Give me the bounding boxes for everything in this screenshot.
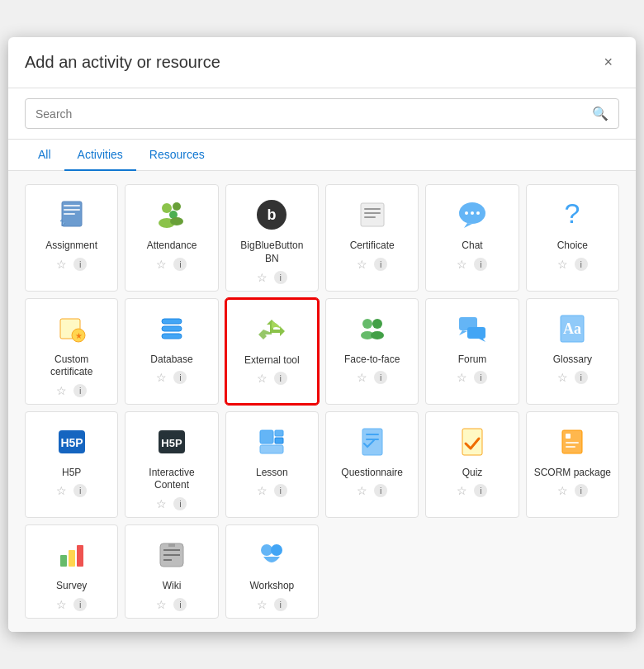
star-button-chat[interactable]: ☆ bbox=[457, 258, 467, 271]
chat-icon bbox=[452, 195, 492, 235]
star-button-questionnaire[interactable]: ☆ bbox=[357, 484, 367, 497]
star-button-assignment[interactable]: ☆ bbox=[56, 258, 67, 271]
item-label-choice: Choice bbox=[557, 240, 588, 253]
svg-point-59 bbox=[271, 544, 282, 556]
info-button-chat[interactable]: i bbox=[474, 258, 487, 271]
tab-all[interactable]: All bbox=[25, 140, 64, 171]
item-card-survey[interactable]: Survey☆i bbox=[25, 524, 118, 619]
item-card-choice[interactable]: ? Choice☆i bbox=[526, 184, 619, 291]
glossary-icon: Aa bbox=[552, 309, 592, 349]
svg-rect-14 bbox=[364, 216, 376, 218]
item-card-facetoface[interactable]: Face-to-face☆i bbox=[325, 298, 419, 405]
info-button-glossary[interactable]: i bbox=[575, 371, 588, 384]
item-card-assignment[interactable]: Assignment☆i bbox=[25, 184, 118, 291]
item-actions-facetoface: ☆i bbox=[357, 371, 387, 384]
star-button-database[interactable]: ☆ bbox=[156, 371, 167, 384]
info-button-survey[interactable]: i bbox=[73, 598, 87, 611]
assignment-icon bbox=[52, 195, 92, 235]
item-card-lesson[interactable]: Lesson☆i bbox=[225, 411, 319, 518]
svg-point-8 bbox=[170, 217, 183, 225]
star-button-wiki[interactable]: ☆ bbox=[156, 598, 167, 611]
info-button-choice[interactable]: i bbox=[575, 258, 588, 271]
scorm-icon bbox=[552, 422, 592, 462]
info-button-scorm[interactable]: i bbox=[575, 484, 588, 497]
item-actions-survey: ☆i bbox=[56, 598, 87, 611]
star-button-scorm[interactable]: ☆ bbox=[557, 484, 568, 497]
item-card-attendance[interactable]: Attendance☆i bbox=[125, 184, 218, 291]
info-button-h5p[interactable]: i bbox=[73, 484, 87, 497]
star-button-lesson[interactable]: ☆ bbox=[257, 484, 268, 497]
item-card-questionnaire[interactable]: Questionnaire☆i bbox=[325, 411, 419, 518]
star-button-quiz[interactable]: ☆ bbox=[457, 484, 467, 497]
star-button-facetoface[interactable]: ☆ bbox=[357, 371, 367, 384]
item-actions-assignment: ☆i bbox=[56, 258, 87, 271]
item-label-questionnaire: Questionnaire bbox=[341, 467, 403, 480]
item-card-forum[interactable]: Forum☆i bbox=[425, 298, 519, 405]
info-button-wiki[interactable]: i bbox=[173, 598, 187, 611]
item-card-glossary[interactable]: Aa Glossary☆i bbox=[526, 298, 619, 405]
search-input[interactable] bbox=[36, 107, 592, 121]
tab-resources[interactable]: Resources bbox=[136, 140, 218, 171]
facetoface-icon bbox=[353, 309, 392, 349]
star-button-bigbluebutton[interactable]: ☆ bbox=[257, 271, 268, 284]
svg-text:Aa: Aa bbox=[563, 320, 581, 337]
item-card-customcertificate[interactable]: ★ Custom certificate☆i bbox=[25, 298, 118, 405]
info-button-questionnaire[interactable]: i bbox=[374, 484, 387, 497]
database-icon bbox=[152, 309, 192, 349]
svg-rect-45 bbox=[366, 439, 379, 440]
star-button-attendance[interactable]: ☆ bbox=[156, 258, 167, 271]
star-button-workshop[interactable]: ☆ bbox=[257, 598, 268, 611]
close-button[interactable]: × bbox=[597, 50, 619, 74]
star-button-h5p[interactable]: ☆ bbox=[56, 484, 67, 497]
info-button-database[interactable]: i bbox=[173, 371, 187, 384]
item-actions-externaltool: ☆i bbox=[257, 372, 287, 385]
star-button-externaltool[interactable]: ☆ bbox=[257, 372, 268, 385]
item-card-scorm[interactable]: SCORM package☆i bbox=[526, 411, 619, 518]
star-button-certificate[interactable]: ☆ bbox=[357, 258, 367, 271]
item-card-certificate[interactable]: Certificate☆i bbox=[325, 184, 419, 291]
info-button-interactivecontent[interactable]: i bbox=[173, 497, 187, 510]
item-actions-forum: ☆i bbox=[457, 371, 487, 384]
item-card-database[interactable]: Database☆i bbox=[125, 298, 218, 405]
info-button-certificate[interactable]: i bbox=[374, 258, 387, 271]
svg-text:?: ? bbox=[565, 198, 580, 229]
info-button-workshop[interactable]: i bbox=[274, 598, 287, 611]
item-actions-workshop: ☆i bbox=[257, 598, 287, 611]
choice-icon: ? bbox=[552, 195, 592, 235]
svg-rect-50 bbox=[566, 446, 575, 448]
item-label-wiki: Wiki bbox=[163, 580, 182, 593]
tab-activities[interactable]: Activities bbox=[64, 140, 136, 171]
item-card-bigbluebutton[interactable]: b BigBlueButton BN☆i bbox=[225, 184, 319, 291]
info-button-lesson[interactable]: i bbox=[274, 484, 287, 497]
svg-rect-1 bbox=[64, 205, 80, 206]
star-button-forum[interactable]: ☆ bbox=[457, 371, 467, 384]
star-button-glossary[interactable]: ☆ bbox=[557, 371, 568, 384]
item-label-bigbluebutton: BigBlueButton BN bbox=[233, 240, 311, 265]
svg-rect-32 bbox=[467, 327, 485, 339]
item-card-externaltool[interactable]: External tool☆i bbox=[225, 298, 319, 405]
info-button-quiz[interactable]: i bbox=[474, 484, 487, 497]
svg-text:b: b bbox=[268, 206, 277, 223]
item-card-h5p[interactable]: H5P H5P☆i bbox=[25, 411, 118, 518]
star-button-choice[interactable]: ☆ bbox=[557, 258, 568, 271]
item-card-chat[interactable]: Chat☆i bbox=[425, 184, 519, 291]
svg-rect-13 bbox=[364, 212, 381, 214]
h5p-icon: H5P bbox=[52, 422, 92, 462]
info-button-assignment[interactable]: i bbox=[73, 258, 87, 271]
info-button-customcertificate[interactable]: i bbox=[73, 384, 87, 397]
info-button-forum[interactable]: i bbox=[474, 371, 487, 384]
info-button-bigbluebutton[interactable]: i bbox=[274, 271, 287, 284]
info-button-facetoface[interactable]: i bbox=[374, 371, 387, 384]
star-button-customcertificate[interactable]: ☆ bbox=[56, 384, 67, 397]
item-label-customcertificate: Custom certificate bbox=[32, 353, 111, 379]
interactivecontent-icon: H5P bbox=[152, 422, 192, 462]
item-card-wiki[interactable]: Wiki☆i bbox=[125, 524, 218, 619]
item-card-interactivecontent[interactable]: H5P Interactive Content☆i bbox=[125, 411, 218, 518]
star-button-interactivecontent[interactable]: ☆ bbox=[156, 497, 167, 510]
item-card-quiz[interactable]: Quiz☆i bbox=[425, 411, 519, 518]
item-card-workshop[interactable]: Workshop☆i bbox=[225, 524, 319, 619]
info-button-externaltool[interactable]: i bbox=[274, 372, 287, 385]
info-button-attendance[interactable]: i bbox=[173, 258, 187, 271]
star-button-survey[interactable]: ☆ bbox=[56, 598, 67, 611]
svg-point-58 bbox=[261, 544, 272, 556]
